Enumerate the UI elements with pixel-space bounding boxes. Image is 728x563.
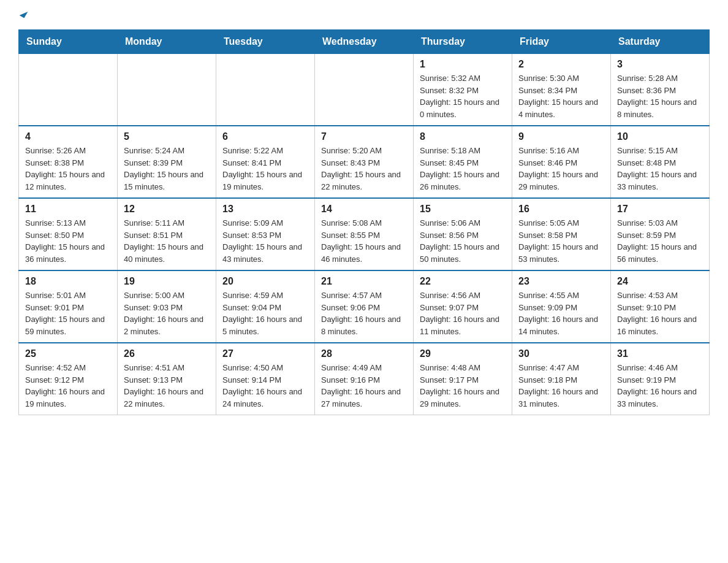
day-info: Sunrise: 4:53 AMSunset: 9:10 PMDaylight:… [617, 289, 703, 337]
day-number: 27 [222, 348, 308, 359]
day-number: 15 [420, 204, 506, 215]
day-number: 22 [420, 276, 506, 287]
day-info: Sunrise: 4:48 AMSunset: 9:17 PMDaylight:… [420, 362, 506, 410]
day-info: Sunrise: 4:59 AMSunset: 9:04 PMDaylight:… [222, 289, 308, 337]
day-number: 26 [124, 348, 210, 359]
day-info: Sunrise: 4:46 AMSunset: 9:19 PMDaylight:… [617, 362, 703, 410]
calendar-cell: 14Sunrise: 5:08 AMSunset: 8:55 PMDayligh… [315, 198, 414, 270]
calendar-cell: 21Sunrise: 4:57 AMSunset: 9:06 PMDayligh… [315, 270, 414, 343]
day-info: Sunrise: 4:52 AMSunset: 9:12 PMDaylight:… [25, 362, 111, 410]
day-number: 17 [617, 204, 703, 215]
calendar-cell: 7Sunrise: 5:20 AMSunset: 8:43 PMDaylight… [315, 126, 414, 198]
calendar-cell: 12Sunrise: 5:11 AMSunset: 8:51 PMDayligh… [118, 198, 216, 270]
calendar-cell [19, 54, 118, 126]
day-info: Sunrise: 5:30 AMSunset: 8:34 PMDaylight:… [518, 72, 604, 120]
day-number: 13 [222, 204, 308, 215]
header-friday: Friday [512, 30, 611, 54]
day-info: Sunrise: 5:11 AMSunset: 8:51 PMDaylight:… [124, 217, 210, 265]
day-info: Sunrise: 5:20 AMSunset: 8:43 PMDaylight:… [321, 145, 407, 193]
calendar-cell [315, 54, 414, 126]
day-number: 3 [617, 59, 703, 70]
calendar-cell: 19Sunrise: 5:00 AMSunset: 9:03 PMDayligh… [118, 270, 216, 343]
header-saturday: Saturday [611, 30, 710, 54]
day-number: 6 [222, 131, 308, 142]
day-number: 25 [25, 348, 111, 359]
day-number: 8 [420, 131, 506, 142]
day-number: 20 [222, 276, 308, 287]
calendar-cell: 24Sunrise: 4:53 AMSunset: 9:10 PMDayligh… [611, 270, 710, 343]
page-header [18, 12, 710, 17]
calendar-cell: 20Sunrise: 4:59 AMSunset: 9:04 PMDayligh… [216, 270, 315, 343]
calendar-cell: 31Sunrise: 4:46 AMSunset: 9:19 PMDayligh… [611, 343, 710, 415]
day-number: 7 [321, 131, 407, 142]
calendar-cell: 9Sunrise: 5:16 AMSunset: 8:46 PMDaylight… [512, 126, 611, 198]
day-info: Sunrise: 5:15 AMSunset: 8:48 PMDaylight:… [617, 145, 703, 193]
calendar-cell: 5Sunrise: 5:24 AMSunset: 8:39 PMDaylight… [118, 126, 216, 198]
calendar-cell: 30Sunrise: 4:47 AMSunset: 9:18 PMDayligh… [512, 343, 611, 415]
day-number: 24 [617, 276, 703, 287]
calendar-cell: 8Sunrise: 5:18 AMSunset: 8:45 PMDaylight… [414, 126, 512, 198]
calendar-week-row: 11Sunrise: 5:13 AMSunset: 8:50 PMDayligh… [19, 198, 710, 270]
day-number: 5 [124, 131, 210, 142]
day-info: Sunrise: 5:03 AMSunset: 8:59 PMDaylight:… [617, 217, 703, 265]
calendar-cell: 2Sunrise: 5:30 AMSunset: 8:34 PMDaylight… [512, 54, 611, 126]
day-number: 18 [25, 276, 111, 287]
day-number: 1 [420, 59, 506, 70]
day-info: Sunrise: 4:55 AMSunset: 9:09 PMDaylight:… [518, 289, 604, 337]
day-info: Sunrise: 4:50 AMSunset: 9:14 PMDaylight:… [222, 362, 308, 410]
day-info: Sunrise: 5:01 AMSunset: 9:01 PMDaylight:… [25, 289, 111, 337]
calendar-header-row: Sunday Monday Tuesday Wednesday Thursday… [19, 30, 710, 54]
day-info: Sunrise: 5:18 AMSunset: 8:45 PMDaylight:… [420, 145, 506, 193]
day-info: Sunrise: 5:32 AMSunset: 8:32 PMDaylight:… [420, 72, 506, 120]
calendar-cell: 6Sunrise: 5:22 AMSunset: 8:41 PMDaylight… [216, 126, 315, 198]
day-info: Sunrise: 5:22 AMSunset: 8:41 PMDaylight:… [222, 145, 308, 193]
day-number: 30 [518, 348, 604, 359]
day-info: Sunrise: 4:57 AMSunset: 9:06 PMDaylight:… [321, 289, 407, 337]
calendar-cell: 26Sunrise: 4:51 AMSunset: 9:13 PMDayligh… [118, 343, 216, 415]
day-number: 14 [321, 204, 407, 215]
header-monday: Monday [118, 30, 216, 54]
calendar-cell: 3Sunrise: 5:28 AMSunset: 8:36 PMDaylight… [611, 54, 710, 126]
day-info: Sunrise: 4:51 AMSunset: 9:13 PMDaylight:… [124, 362, 210, 410]
calendar-cell: 11Sunrise: 5:13 AMSunset: 8:50 PMDayligh… [19, 198, 118, 270]
calendar-cell: 22Sunrise: 4:56 AMSunset: 9:07 PMDayligh… [414, 270, 512, 343]
day-info: Sunrise: 5:16 AMSunset: 8:46 PMDaylight:… [518, 145, 604, 193]
day-info: Sunrise: 5:24 AMSunset: 8:39 PMDaylight:… [124, 145, 210, 193]
day-info: Sunrise: 5:08 AMSunset: 8:55 PMDaylight:… [321, 217, 407, 265]
calendar-week-row: 25Sunrise: 4:52 AMSunset: 9:12 PMDayligh… [19, 343, 710, 415]
day-number: 11 [25, 204, 111, 215]
day-info: Sunrise: 5:00 AMSunset: 9:03 PMDaylight:… [124, 289, 210, 337]
day-info: Sunrise: 5:28 AMSunset: 8:36 PMDaylight:… [617, 72, 703, 120]
day-info: Sunrise: 5:09 AMSunset: 8:53 PMDaylight:… [222, 217, 308, 265]
calendar-cell: 1Sunrise: 5:32 AMSunset: 8:32 PMDaylight… [414, 54, 512, 126]
day-number: 10 [617, 131, 703, 142]
day-number: 23 [518, 276, 604, 287]
calendar-cell: 18Sunrise: 5:01 AMSunset: 9:01 PMDayligh… [19, 270, 118, 343]
day-info: Sunrise: 4:47 AMSunset: 9:18 PMDaylight:… [518, 362, 604, 410]
header-thursday: Thursday [414, 30, 512, 54]
calendar-cell [216, 54, 315, 126]
day-number: 2 [518, 59, 604, 70]
calendar-week-row: 1Sunrise: 5:32 AMSunset: 8:32 PMDaylight… [19, 54, 710, 126]
calendar-cell: 29Sunrise: 4:48 AMSunset: 9:17 PMDayligh… [414, 343, 512, 415]
day-number: 12 [124, 204, 210, 215]
day-info: Sunrise: 5:13 AMSunset: 8:50 PMDaylight:… [25, 217, 111, 265]
header-sunday: Sunday [19, 30, 118, 54]
calendar-cell: 16Sunrise: 5:05 AMSunset: 8:58 PMDayligh… [512, 198, 611, 270]
calendar-cell: 17Sunrise: 5:03 AMSunset: 8:59 PMDayligh… [611, 198, 710, 270]
day-number: 28 [321, 348, 407, 359]
day-info: Sunrise: 4:56 AMSunset: 9:07 PMDaylight:… [420, 289, 506, 337]
day-number: 29 [420, 348, 506, 359]
day-number: 4 [25, 131, 111, 142]
day-number: 21 [321, 276, 407, 287]
day-info: Sunrise: 5:05 AMSunset: 8:58 PMDaylight:… [518, 217, 604, 265]
calendar-cell: 27Sunrise: 4:50 AMSunset: 9:14 PMDayligh… [216, 343, 315, 415]
header-wednesday: Wednesday [315, 30, 414, 54]
calendar-cell: 4Sunrise: 5:26 AMSunset: 8:38 PMDaylight… [19, 126, 118, 198]
day-number: 9 [518, 131, 604, 142]
calendar-cell: 15Sunrise: 5:06 AMSunset: 8:56 PMDayligh… [414, 198, 512, 270]
calendar-cell: 25Sunrise: 4:52 AMSunset: 9:12 PMDayligh… [19, 343, 118, 415]
day-number: 31 [617, 348, 703, 359]
calendar-week-row: 18Sunrise: 5:01 AMSunset: 9:01 PMDayligh… [19, 270, 710, 343]
day-info: Sunrise: 5:26 AMSunset: 8:38 PMDaylight:… [25, 145, 111, 193]
